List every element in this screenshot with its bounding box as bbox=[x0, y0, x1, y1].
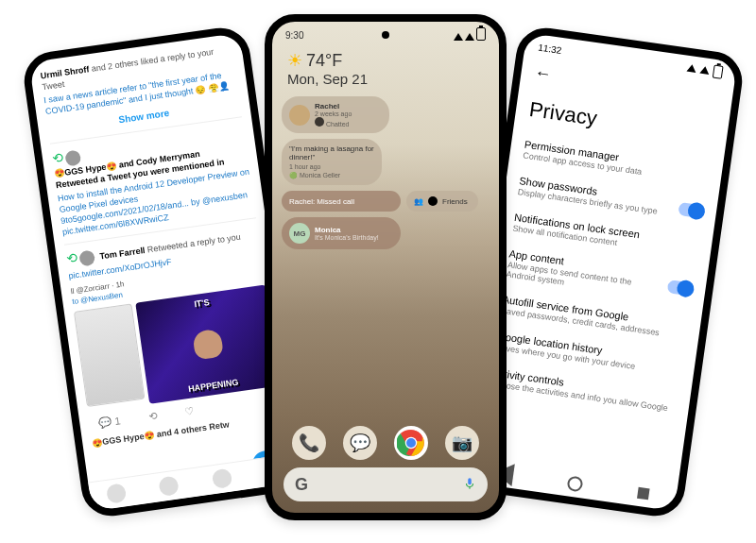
mic-icon[interactable] bbox=[463, 475, 476, 495]
status-time: 9:30 bbox=[285, 30, 303, 41]
messenger-icon bbox=[315, 117, 324, 127]
signal-icon bbox=[699, 66, 710, 75]
meme-top: IT'S bbox=[194, 297, 211, 310]
chip-text: Rachel: Missed call bbox=[289, 197, 354, 206]
avatar bbox=[289, 105, 310, 126]
weather-date: Mon, Sep 21 bbox=[287, 71, 484, 87]
camera-app-icon[interactable]: 📷 bbox=[445, 426, 479, 460]
chat-chip-quote[interactable]: "I'm making a lasagna for dinner!" 1 hou… bbox=[282, 139, 382, 185]
messages-app-icon[interactable]: 💬 bbox=[343, 426, 377, 460]
avatar-initials: MG bbox=[289, 223, 310, 244]
chat-chip-rachel[interactable]: Rachel2 weeks ago Chatted bbox=[282, 96, 389, 133]
avatar bbox=[64, 149, 81, 166]
messenger-icon bbox=[428, 196, 438, 206]
battery-icon bbox=[476, 27, 486, 41]
chip-text: Friends bbox=[442, 197, 468, 206]
like-icon[interactable]: ♡ bbox=[184, 403, 196, 418]
notif-name: Urmil Shroff bbox=[40, 64, 90, 80]
missed-call-chip[interactable]: Rachel: Missed call bbox=[282, 191, 401, 212]
chip-name: Monica bbox=[315, 226, 379, 234]
google-logo: G bbox=[295, 475, 308, 495]
weather-widget[interactable]: ☀74°F Mon, Sep 21 bbox=[272, 44, 499, 96]
toggle-switch[interactable] bbox=[678, 201, 704, 217]
chip-time: 1 hour ago bbox=[289, 163, 320, 170]
status-time: 11:32 bbox=[538, 42, 562, 55]
chip-sub: It's Monica's Birthday! bbox=[315, 234, 379, 241]
meme-bottom: HAPPENING bbox=[187, 376, 239, 394]
battery-icon bbox=[713, 65, 724, 79]
chip-sender: Monica Geller bbox=[300, 172, 340, 178]
retweet-icon: ⟲ bbox=[51, 148, 65, 167]
meme-image: IT'S HAPPENING bbox=[135, 284, 280, 403]
nav-recent[interactable] bbox=[637, 487, 650, 501]
conversation-widgets: Rachel2 weeks ago Chatted "I'm making a … bbox=[272, 96, 499, 249]
thumbnail-preview bbox=[74, 303, 146, 407]
phone-app-icon[interactable]: 📞 bbox=[292, 426, 326, 460]
reply-icon[interactable]: 💬 1 bbox=[98, 414, 122, 431]
retweet-icon: ⟲ bbox=[65, 248, 79, 267]
sun-icon: ☀ bbox=[287, 51, 302, 70]
search-bar[interactable]: G bbox=[284, 467, 488, 501]
tab-notif[interactable] bbox=[211, 468, 232, 490]
wifi-icon bbox=[465, 33, 474, 41]
friends-chip[interactable]: 👥Friends bbox=[406, 191, 478, 212]
settings-list: Permission managerControl app access to … bbox=[476, 129, 724, 424]
birthday-chip[interactable]: MG MonicaIt's Monica's Birthday! bbox=[282, 217, 401, 249]
retweet-action-icon[interactable]: ⟲ bbox=[147, 409, 158, 424]
phone-homescreen: 9:30 ☀74°F Mon, Sep 21 Rachel2 weeks ago… bbox=[265, 14, 507, 520]
meme-person bbox=[192, 329, 224, 361]
svg-point-2 bbox=[406, 438, 416, 448]
camera-notch bbox=[382, 31, 389, 39]
app-dock: 📞 💬 📷 bbox=[284, 426, 488, 460]
chip-name: Rachel bbox=[315, 102, 352, 110]
chrome-app-icon[interactable] bbox=[394, 426, 428, 460]
chip-quote: "I'm making a lasagna for dinner!" bbox=[289, 144, 374, 161]
back-button[interactable]: ← bbox=[533, 62, 553, 83]
chip-sub: 2 weeks ago bbox=[315, 110, 352, 117]
tab-home[interactable] bbox=[106, 483, 128, 504]
avatar bbox=[78, 250, 95, 267]
twitter-feed: Urmil Shroff and 2 others liked a reply … bbox=[29, 33, 295, 454]
wifi-icon bbox=[686, 64, 696, 73]
rt2-who: Tom Farrell bbox=[99, 245, 146, 261]
tab-search[interactable] bbox=[159, 475, 180, 497]
nav-home[interactable] bbox=[567, 475, 584, 492]
weather-temp: 74°F bbox=[306, 51, 342, 70]
toggle-switch[interactable] bbox=[667, 280, 694, 296]
signal-icon bbox=[454, 33, 463, 41]
